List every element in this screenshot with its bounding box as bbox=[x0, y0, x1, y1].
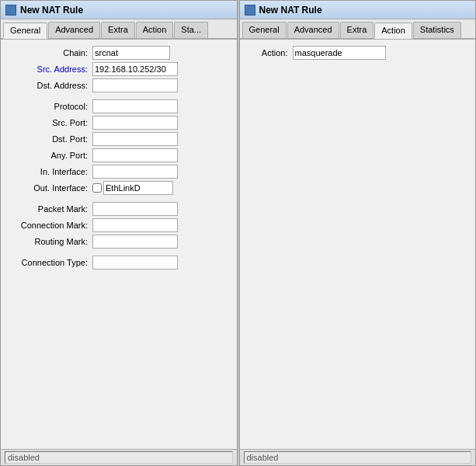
action-label: Action: bbox=[246, 48, 293, 57]
out-interface-checkbox[interactable] bbox=[92, 183, 102, 193]
right-status-bar: disabled bbox=[240, 449, 476, 465]
protocol-label: Protocol: bbox=[7, 102, 92, 111]
right-window-icon bbox=[245, 5, 255, 16]
dst-address-row: Dst. Address: bbox=[7, 78, 231, 92]
connection-mark-input[interactable] bbox=[92, 218, 178, 232]
tab-advanced-left[interactable]: Advanced bbox=[48, 22, 100, 38]
in-interface-input[interactable] bbox=[92, 165, 178, 179]
out-interface-field bbox=[92, 181, 173, 195]
dst-port-label: Dst. Port: bbox=[7, 134, 92, 144]
src-address-input[interactable] bbox=[92, 62, 178, 76]
in-interface-row: In. Interface: bbox=[7, 165, 231, 179]
any-port-row: Any. Port: bbox=[7, 148, 231, 162]
left-status-bar: disabled bbox=[1, 449, 237, 465]
tab-general-right[interactable]: General bbox=[242, 22, 287, 38]
dst-port-input[interactable] bbox=[92, 132, 178, 146]
src-address-label: Src. Address: bbox=[7, 64, 92, 74]
connection-mark-row: Connection Mark: bbox=[7, 218, 231, 232]
src-port-input[interactable] bbox=[92, 116, 178, 130]
out-interface-row: Out. Interface: bbox=[7, 181, 231, 195]
right-window: New NAT Rule General Advanced Extra Acti… bbox=[239, 0, 477, 466]
chain-row: Chain: bbox=[7, 46, 231, 60]
left-content: Chain: Src. Address: Dst. Address: Proto… bbox=[1, 40, 237, 449]
packet-mark-input[interactable] bbox=[92, 202, 178, 216]
left-status-text: disabled bbox=[5, 451, 233, 464]
src-address-row: Src. Address: bbox=[7, 62, 231, 76]
action-input[interactable] bbox=[293, 46, 386, 60]
connection-type-label: Connection Type: bbox=[7, 258, 92, 267]
routing-mark-row: Routing Mark: bbox=[7, 235, 231, 249]
left-titlebar: New NAT Rule bbox=[1, 1, 237, 19]
dst-address-label: Dst. Address: bbox=[7, 81, 92, 90]
right-titlebar: New NAT Rule bbox=[240, 1, 476, 19]
tab-action-left[interactable]: Action bbox=[136, 22, 174, 38]
right-status-text: disabled bbox=[244, 451, 472, 464]
tab-extra-right[interactable]: Extra bbox=[340, 22, 374, 38]
out-interface-label: Out. Interface: bbox=[7, 183, 92, 193]
chain-input[interactable] bbox=[92, 46, 170, 60]
connection-type-row: Connection Type: bbox=[7, 256, 231, 270]
dst-address-input[interactable] bbox=[92, 78, 178, 92]
protocol-row: Protocol: bbox=[7, 99, 231, 113]
src-port-label: Src. Port: bbox=[7, 118, 92, 127]
tab-action-right[interactable]: Action bbox=[374, 23, 412, 39]
tab-advanced-right[interactable]: Advanced bbox=[287, 22, 339, 38]
connection-type-input[interactable] bbox=[92, 256, 178, 270]
right-content: Action: bbox=[240, 40, 476, 449]
left-window-icon bbox=[5, 5, 16, 16]
left-tabs: General Advanced Extra Action Sta... bbox=[1, 19, 237, 40]
right-tabs: General Advanced Extra Action Statistics bbox=[240, 19, 476, 40]
tab-general-left[interactable]: General bbox=[3, 23, 47, 39]
tab-sta-left[interactable]: Sta... bbox=[174, 22, 208, 38]
protocol-input[interactable] bbox=[92, 99, 178, 113]
chain-label: Chain: bbox=[7, 48, 92, 57]
action-row: Action: bbox=[246, 46, 470, 60]
connection-mark-label: Connection Mark: bbox=[7, 221, 92, 230]
any-port-label: Any. Port: bbox=[7, 151, 92, 160]
tab-extra-left[interactable]: Extra bbox=[101, 22, 135, 38]
out-interface-input[interactable] bbox=[103, 181, 173, 195]
packet-mark-row: Packet Mark: bbox=[7, 202, 231, 216]
left-window-title: New NAT Rule bbox=[20, 5, 83, 16]
tab-statistics-right[interactable]: Statistics bbox=[413, 22, 461, 38]
packet-mark-label: Packet Mark: bbox=[7, 204, 92, 214]
dst-port-row: Dst. Port: bbox=[7, 132, 231, 146]
in-interface-label: In. Interface: bbox=[7, 167, 92, 176]
right-window-title: New NAT Rule bbox=[259, 5, 322, 16]
left-window: New NAT Rule General Advanced Extra Acti… bbox=[0, 0, 238, 466]
src-port-row: Src. Port: bbox=[7, 116, 231, 130]
routing-mark-label: Routing Mark: bbox=[7, 237, 92, 246]
routing-mark-input[interactable] bbox=[92, 235, 178, 249]
any-port-input[interactable] bbox=[92, 148, 178, 162]
